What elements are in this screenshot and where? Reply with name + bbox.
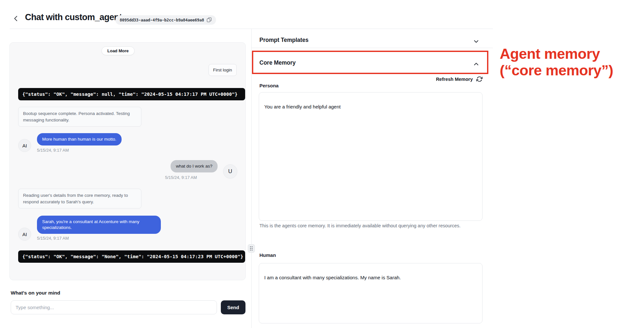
refresh-memory-button[interactable]: Refresh Memory (415, 76, 483, 82)
system-message: Bootup sequence complete. Persona activa… (18, 107, 141, 127)
ai-avatar: AI (18, 228, 31, 241)
persona-label: Persona (259, 83, 279, 88)
panel-resize-handle[interactable] (248, 244, 255, 253)
message-input[interactable] (11, 300, 217, 314)
core-memory-description: This is the agents core memory. It is im… (259, 222, 473, 229)
human-textarea[interactable]: I am a consultant with many specializati… (259, 263, 483, 323)
section-core-memory[interactable]: Core Memory (259, 59, 296, 66)
user-message-bubble: what do I work as? (171, 160, 218, 172)
ai-message-bubble: Sarah, you're a consultant at Accenture … (37, 216, 161, 234)
composer-label: What's on your mind (11, 290, 60, 296)
message-timestamp: 5/15/24, 9:17 AM (37, 236, 69, 241)
annotation-line1: Agent memory (500, 45, 642, 62)
section-divider (252, 48, 493, 48)
agent-id: 8095dd33-aaad-4f9a-b2cc-b9a84aee69a8 (120, 18, 204, 22)
chevron-up-icon[interactable] (473, 61, 479, 67)
refresh-icon (476, 76, 483, 82)
chat-app: Chat with custom_agent 8095dd33-aaad-4f9… (0, 0, 644, 328)
message-timestamp: 5/15/24, 9:17 AM (37, 148, 69, 153)
status-message: {"status": "OK", "message": null, "time"… (18, 88, 245, 100)
back-chevron-icon (14, 16, 18, 21)
load-more-button[interactable]: Load More (101, 46, 135, 55)
section-prompt-templates[interactable]: Prompt Templates (259, 37, 308, 44)
panel-divider (251, 29, 252, 328)
refresh-memory-label: Refresh Memory (436, 77, 473, 82)
status-message: {"status": "OK", "message": "None", "tim… (18, 250, 245, 263)
page-title: Chat with custom_agent (25, 12, 122, 22)
system-message: Reading user's details from the core mem… (18, 189, 141, 208)
annotation-line2: (“core memory”) (500, 62, 642, 79)
drag-dots-icon (250, 246, 253, 251)
user-avatar: U (223, 164, 237, 179)
copy-icon[interactable] (207, 18, 212, 22)
ai-message-bubble: More human than human is our motto. (37, 133, 122, 145)
back-button[interactable] (12, 14, 19, 23)
agent-id-badge: 8095dd33-aaad-4f9a-b2cc-b9a84aee69a8 (115, 15, 216, 25)
persona-textarea[interactable]: You are a friendly and helpful agent (259, 92, 483, 221)
ai-avatar: AI (18, 139, 31, 152)
chevron-down-icon[interactable] (473, 39, 479, 44)
send-button[interactable]: Send (221, 300, 245, 314)
message-timestamp: 5/15/24, 9:17 AM (165, 175, 197, 180)
human-label: Human (259, 252, 276, 258)
annotation-text: Agent memory (“core memory”) (500, 45, 642, 79)
first-login-badge: First login (209, 64, 237, 76)
chat-history-panel: Load More First login {"status": "OK", "… (9, 42, 246, 280)
